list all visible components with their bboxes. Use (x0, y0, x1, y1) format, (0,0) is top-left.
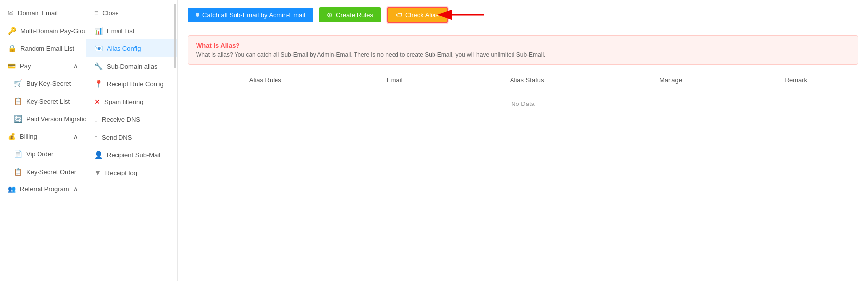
info-title: What is Alias? (196, 42, 850, 49)
key-icon: 🔑 (8, 27, 16, 35)
sidebar-label: Key-Secret Order (26, 168, 76, 176)
send-dns-icon: ↑ (94, 133, 98, 141)
list-icon: 📋 (14, 97, 22, 105)
sidebar-label: Billing (20, 133, 37, 140)
nav-item-receipt-log[interactable]: ▼ Receipt log (86, 164, 177, 181)
chevron-up-icon: ∧ (73, 185, 78, 193)
nav-item-recipient-sub-mail[interactable]: 👤 Recipient Sub-Mail (86, 146, 177, 164)
billing-icon: 💰 (8, 133, 16, 140)
check-alias-button[interactable]: 🏷 Check Alias (387, 7, 448, 23)
nav-item-email-list[interactable]: 📊 Email List (86, 22, 177, 39)
menu-icon: ≡ (94, 9, 98, 17)
table-header-row: Alias Rules Email Alias Status Manage Re… (188, 70, 858, 90)
chevron-up-icon: ∧ (73, 62, 78, 70)
log-icon: ▼ (94, 169, 101, 176)
nav-label: Alias Config (107, 45, 141, 52)
col-remark: Remark (734, 70, 858, 90)
sidebar-item-multi-domain[interactable]: 🔑 Multi-Domain Pay-Group (0, 22, 86, 39)
plus-icon: ⊕ (327, 11, 333, 19)
no-data-text: No Data (511, 100, 535, 107)
nav-item-sub-domain-alias[interactable]: 🔧 Sub-Domain alias (86, 57, 177, 75)
info-box: What is Alias? What is alias? You can ca… (188, 35, 858, 65)
sidebar-label: Multi-Domain Pay-Group (20, 27, 86, 35)
sidebar-item-key-secret-list[interactable]: 📋 Key-Secret List (0, 92, 86, 110)
sidebar: ✉ Domain Email 🔑 Multi-Domain Pay-Group … (0, 0, 86, 281)
sidebar-label: Random Email List (20, 45, 74, 52)
sidebar-label: Buy Key-Secret (26, 80, 71, 87)
nav-label: Send DNS (102, 134, 132, 141)
doc-icon: 📄 (14, 150, 22, 158)
col-alias-status: Alias Status (446, 70, 607, 90)
sidebar-label: Vip Order (26, 150, 53, 158)
nav-label: Spam filtering (104, 98, 143, 105)
order-icon: 📋 (14, 168, 22, 176)
nav-item-receipt-rule-config[interactable]: 📍 Receipt Rule Config (86, 75, 177, 93)
info-text: What is alias? You can catch all Sub-Ema… (196, 51, 850, 58)
subdomain-icon: 🔧 (94, 62, 103, 70)
alias-table: Alias Rules Email Alias Status Manage Re… (188, 70, 858, 117)
create-rules-button[interactable]: ⊕ Create Rules (319, 7, 381, 22)
table-empty-row: No Data (188, 90, 858, 118)
chevron-up-icon: ∧ (73, 133, 78, 140)
sidebar-label: Domain Email (18, 9, 58, 17)
dot-icon (196, 13, 199, 17)
chart-icon: 📊 (94, 27, 103, 35)
sidebar-section-referral[interactable]: 👥 Referral Program ∧ (0, 180, 86, 198)
sidebar-section-pay[interactable]: 💳 Pay ∧ (0, 57, 86, 74)
sidebar-section-billing[interactable]: 💰 Billing ∧ (0, 128, 86, 145)
col-alias-rules: Alias Rules (188, 70, 343, 90)
nav-item-spam-filtering[interactable]: ✕ Spam filtering (86, 93, 177, 110)
create-rules-label: Create Rules (336, 11, 373, 19)
cart-icon: 🛒 (14, 79, 22, 87)
nav-item-send-dns[interactable]: ↑ Send DNS (86, 128, 177, 146)
receive-dns-icon: ↓ (94, 115, 98, 123)
nav-label: Receipt log (105, 169, 137, 176)
main-content: Catch all Sub-Email by Admin-Email ⊕ Cre… (178, 0, 868, 281)
sidebar-label: Referral Program (20, 185, 69, 193)
nav-label: Recipient Sub-Mail (107, 151, 160, 159)
middle-nav: ≡ Close 📊 Email List 📧 Alias Config 🔧 Su… (86, 0, 178, 281)
sidebar-label: Paid Version Migration (26, 115, 86, 123)
sidebar-item-random-email[interactable]: 🔒 Random Email List (0, 39, 86, 57)
nav-label: Sub-Domain alias (107, 63, 158, 70)
sidebar-item-paid-version-migration[interactable]: 🔄 Paid Version Migration (0, 110, 86, 128)
col-email: Email (343, 70, 446, 90)
nav-label: Receive DNS (102, 116, 140, 123)
red-arrow-annotation (450, 6, 489, 24)
recipient-icon: 👤 (94, 151, 103, 159)
email-icon: ✉ (8, 9, 14, 17)
check-icon: 🏷 (396, 11, 402, 19)
migration-icon: 🔄 (14, 115, 22, 123)
check-alias-label: Check Alias (405, 11, 439, 19)
catch-all-label: Catch all Sub-Email by Admin-Email (202, 11, 305, 19)
nav-label: Close (102, 9, 118, 17)
toolbar: Catch all Sub-Email by Admin-Email ⊕ Cre… (178, 0, 868, 30)
nav-label: Email List (107, 27, 134, 35)
sidebar-label: Pay (20, 62, 31, 70)
table-container: Alias Rules Email Alias Status Manage Re… (188, 70, 858, 117)
col-manage: Manage (607, 70, 734, 90)
nav-label: Receipt Rule Config (107, 80, 164, 88)
check-alias-wrapper: 🏷 Check Alias (387, 6, 489, 24)
pay-icon: 💳 (8, 62, 16, 70)
nav-item-receive-dns[interactable]: ↓ Receive DNS (86, 110, 177, 128)
nav-item-alias-config[interactable]: 📧 Alias Config (86, 39, 177, 57)
sidebar-item-key-secret-order[interactable]: 📋 Key-Secret Order (0, 163, 86, 180)
catch-all-button[interactable]: Catch all Sub-Email by Admin-Email (188, 8, 313, 22)
sidebar-item-vip-order[interactable]: 📄 Vip Order (0, 145, 86, 163)
sidebar-item-buy-key-secret[interactable]: 🛒 Buy Key-Secret (0, 74, 86, 92)
sidebar-item-domain-email[interactable]: ✉ Domain Email (0, 4, 86, 22)
no-data-cell: No Data (188, 90, 858, 118)
lock-icon: 🔒 (8, 44, 16, 52)
receipt-icon: 📍 (94, 80, 103, 88)
sidebar-label: Key-Secret List (26, 98, 70, 105)
nav-item-close[interactable]: ≡ Close (86, 4, 177, 22)
spam-icon: ✕ (94, 98, 100, 105)
scrollbar[interactable] (174, 4, 176, 68)
alias-icon: 📧 (94, 44, 103, 52)
referral-icon: 👥 (8, 185, 16, 193)
